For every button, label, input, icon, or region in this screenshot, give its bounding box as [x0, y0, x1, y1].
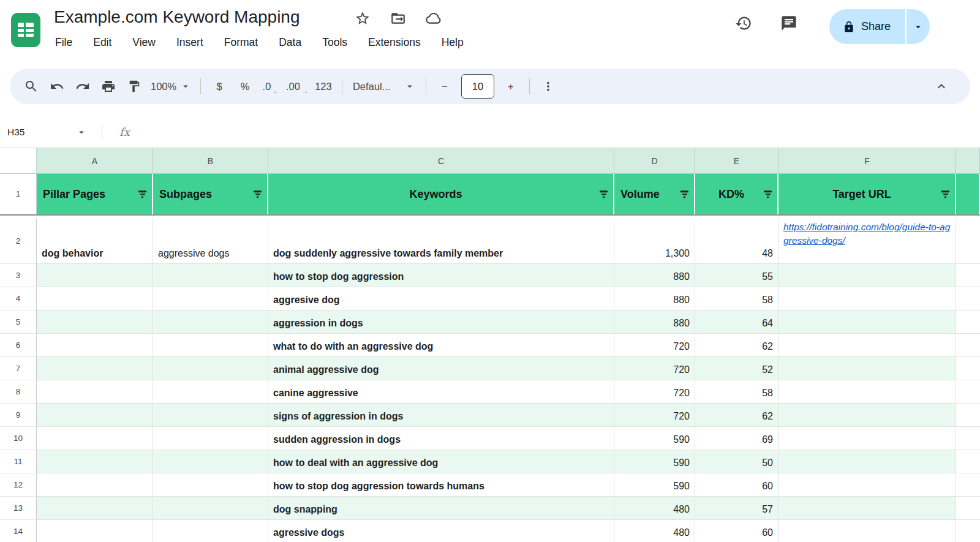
cell-pillar-page[interactable]	[37, 450, 153, 473]
column-header-d[interactable]: D	[614, 148, 695, 174]
cell-target-url[interactable]	[778, 520, 956, 542]
cell-volume[interactable]: 720	[614, 334, 695, 357]
cell-volume[interactable]: 880	[614, 264, 695, 287]
cell-pillar-page[interactable]	[37, 311, 153, 334]
cell-kd[interactable]: 58	[695, 287, 778, 311]
share-button[interactable]: Share	[829, 9, 905, 44]
cell-target-url[interactable]	[778, 264, 956, 287]
cloud-status-icon[interactable]	[425, 10, 442, 27]
cell-beyond-range[interactable]	[956, 287, 980, 311]
cell-pillar-page[interactable]	[37, 357, 153, 380]
row-number[interactable]: 1	[0, 174, 37, 214]
cell-subpage[interactable]: aggressive dogs	[153, 219, 268, 264]
select-all-corner[interactable]	[0, 148, 37, 174]
cell-subpage[interactable]	[153, 427, 268, 450]
sheets-logo-icon[interactable]	[10, 12, 41, 48]
row-number[interactable]: 3	[0, 264, 37, 287]
row-number[interactable]: 2	[0, 219, 37, 264]
cell-target-url[interactable]: https://fidotraining.com/blog/guide-to-a…	[778, 219, 956, 264]
cell-keyword[interactable]: how to deal with an aggressive dog	[268, 450, 614, 473]
zoom-select[interactable]: 100%	[147, 73, 195, 99]
cell-subpage[interactable]	[153, 473, 268, 497]
cell-pillar-page[interactable]: dog behavior	[37, 219, 153, 264]
cell-target-url[interactable]	[778, 473, 956, 497]
cell-beyond-range[interactable]	[956, 450, 980, 473]
menu-file[interactable]: File	[54, 34, 74, 51]
redo-button[interactable]	[70, 73, 96, 99]
cell-kd[interactable]: 62	[695, 334, 778, 357]
cell-keyword[interactable]: what to do with an aggressive dog	[268, 334, 614, 357]
cell-kd[interactable]: 57	[695, 497, 778, 520]
menu-view[interactable]: View	[131, 34, 157, 51]
cell-pillar-page[interactable]	[37, 287, 153, 311]
cell-beyond-range[interactable]	[956, 334, 980, 357]
menu-edit[interactable]: Edit	[92, 34, 113, 51]
increase-decimal-button[interactable]: .00→	[284, 73, 311, 99]
cell-keyword[interactable]: animal aggressive dog	[268, 357, 614, 380]
version-history-icon[interactable]	[735, 15, 752, 32]
cell-kd[interactable]: 64	[695, 311, 778, 334]
cell-kd[interactable]: 58	[695, 380, 778, 404]
row-number[interactable]: 14	[0, 520, 37, 542]
column-header-a[interactable]: A	[37, 148, 153, 174]
column-header-b[interactable]: B	[153, 148, 268, 174]
more-toolbar-options-button[interactable]	[535, 73, 561, 99]
cell-subpage[interactable]	[153, 357, 268, 380]
cell-beyond-range[interactable]	[956, 380, 980, 404]
column-header-e[interactable]: E	[695, 148, 778, 174]
star-icon[interactable]	[354, 10, 371, 27]
cell-subpage[interactable]	[153, 264, 268, 287]
cell-subpage[interactable]	[153, 450, 268, 473]
row-number[interactable]: 4	[0, 287, 37, 311]
cell-keyword[interactable]: dog snapping	[268, 497, 614, 520]
share-dropdown-button[interactable]	[907, 9, 930, 44]
cell-target-url[interactable]	[778, 357, 956, 380]
document-title[interactable]: Example.com Keyword Mapping	[54, 7, 300, 27]
filter-icon[interactable]	[138, 190, 146, 198]
target-url-link[interactable]: https://fidotraining.com/blog/guide-to-a…	[783, 220, 951, 248]
decrease-font-size-button[interactable]: −	[432, 73, 458, 99]
font-size-input[interactable]: 10	[461, 74, 494, 99]
hide-menus-button[interactable]	[929, 73, 954, 99]
undo-button[interactable]	[44, 73, 70, 99]
menu-extensions[interactable]: Extensions	[367, 34, 422, 51]
cell-beyond-range[interactable]	[956, 404, 980, 427]
cell-volume[interactable]: 590	[614, 450, 695, 473]
move-to-folder-icon[interactable]	[390, 10, 407, 27]
search-menus-button[interactable]	[18, 73, 44, 99]
cell-target-url[interactable]	[778, 287, 956, 311]
row-number[interactable]: 7	[0, 357, 37, 380]
cell-beyond-range[interactable]	[956, 427, 980, 450]
cell-kd[interactable]: 60	[695, 520, 778, 542]
menu-data[interactable]: Data	[277, 34, 303, 51]
cell-beyond-range[interactable]	[956, 311, 980, 334]
cell-beyond-range[interactable]	[956, 497, 980, 520]
menu-format[interactable]: Format	[223, 34, 259, 51]
cell-subpage[interactable]	[153, 497, 268, 520]
cell-beyond-range[interactable]	[956, 357, 980, 380]
cell-beyond-range[interactable]	[956, 520, 980, 542]
cell-kd[interactable]: 50	[695, 450, 778, 473]
comments-icon[interactable]	[780, 15, 797, 32]
cell-keyword[interactable]: signs of aggression in dogs	[268, 404, 614, 427]
cell-target-url[interactable]	[778, 427, 956, 450]
cell-keyword[interactable]: agressive dogs	[268, 520, 614, 542]
column-header-g-partial[interactable]	[956, 148, 980, 174]
cell-target-url[interactable]	[778, 380, 956, 404]
cell-keyword[interactable]: dog suddenly aggressive towards family m…	[268, 219, 614, 264]
cell-volume[interactable]: 720	[614, 404, 695, 427]
cell-keyword[interactable]: how to stop dog aggression	[268, 264, 614, 287]
cell-volume[interactable]: 1,300	[614, 219, 695, 264]
cell-keyword[interactable]: aggression in dogs	[268, 311, 614, 334]
cell-volume[interactable]: 480	[614, 497, 695, 520]
cell-subpage[interactable]	[153, 287, 268, 311]
filter-icon[interactable]	[764, 190, 772, 198]
cell-kd[interactable]: 62	[695, 404, 778, 427]
header-keywords[interactable]: Keywords	[268, 174, 614, 214]
cell-pillar-page[interactable]	[37, 264, 153, 287]
cell-kd[interactable]: 55	[695, 264, 778, 287]
cell-volume[interactable]: 720	[614, 357, 695, 380]
print-button[interactable]	[96, 73, 121, 99]
cell-target-url[interactable]	[778, 334, 956, 357]
row-number[interactable]: 10	[0, 427, 37, 450]
